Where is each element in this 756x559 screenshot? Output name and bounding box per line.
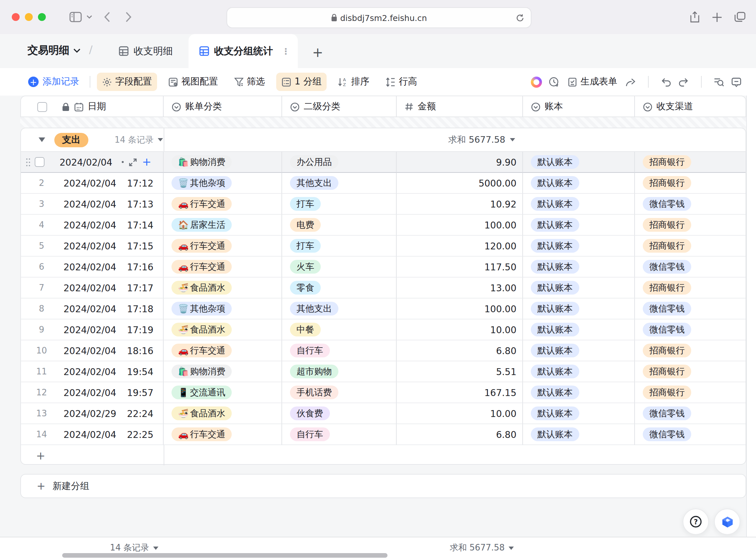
subcategory-cell[interactable]: 自行车: [282, 340, 397, 361]
channel-cell[interactable]: 招商银行: [635, 361, 746, 382]
group-record-count[interactable]: 14 条记录: [114, 134, 163, 146]
ledger-cell[interactable]: 默认账本: [523, 403, 635, 424]
group-sum[interactable]: 求和 5677.58: [448, 134, 515, 146]
amount-cell[interactable]: 13.00: [397, 277, 523, 298]
channel-cell[interactable]: 招商银行: [635, 173, 746, 194]
tab-income-expense-detail[interactable]: 收支明细: [107, 34, 184, 68]
expand-record-icon[interactable]: [129, 158, 137, 166]
channel-cell[interactable]: 招商银行: [635, 382, 746, 403]
zoom-window-button[interactable]: [38, 13, 46, 21]
field-config-button[interactable]: 字段配置: [97, 73, 157, 91]
ledger-cell[interactable]: 默认账本: [523, 382, 635, 403]
drag-handle-icon[interactable]: [26, 158, 27, 159]
category-cell[interactable]: 🏠居家生活: [164, 215, 282, 236]
category-cell[interactable]: 🗑️其他杂项: [164, 173, 282, 194]
header-date-column[interactable]: 日期: [21, 96, 164, 117]
amount-cell[interactable]: 6.80: [397, 424, 523, 445]
search-records-button[interactable]: [713, 77, 725, 87]
date-cell[interactable]: 62024/02/0417:16: [21, 256, 164, 277]
subcategory-cell[interactable]: 电费: [282, 215, 397, 236]
ledger-cell[interactable]: 默认账本: [523, 277, 635, 298]
header-category-column[interactable]: 账单分类: [164, 96, 282, 117]
tab-overview-icon[interactable]: [734, 12, 746, 22]
ledger-cell[interactable]: 默认账本: [523, 319, 635, 340]
add-record-button[interactable]: + 添加记录: [28, 76, 79, 88]
ledger-cell[interactable]: 默认账本: [523, 256, 635, 277]
date-cell[interactable]: 142024/02/0422:25: [21, 424, 164, 445]
category-cell[interactable]: 🗑️其他杂项: [164, 298, 282, 319]
filter-button[interactable]: 筛选: [229, 73, 270, 91]
subcategory-cell[interactable]: 中餐: [282, 319, 397, 340]
date-cell[interactable]: 22024/02/0417:12: [21, 173, 164, 194]
subcategory-cell[interactable]: 办公用品: [282, 152, 397, 173]
category-cell[interactable]: 🍜食品酒水: [164, 403, 282, 424]
date-cell[interactable]: 112024/02/0419:54: [21, 361, 164, 382]
category-cell[interactable]: 🚗行车交通: [164, 194, 282, 215]
generate-form-button[interactable]: 生成表单: [566, 73, 619, 91]
back-button[interactable]: [104, 12, 110, 22]
new-group-button[interactable]: + 新建分组: [20, 474, 746, 498]
undo-button[interactable]: [661, 77, 671, 87]
header-ledger-column[interactable]: 账本: [523, 96, 635, 117]
channel-cell[interactable]: 微信零钱: [635, 319, 746, 340]
amount-cell[interactable]: 10.00: [397, 403, 523, 424]
group-header-row[interactable]: 支出 14 条记录 求和 5677.58: [21, 128, 746, 152]
subcategory-cell[interactable]: 自行车: [282, 424, 397, 445]
share-page-icon[interactable]: [690, 11, 700, 23]
select-all-checkbox[interactable]: [37, 102, 47, 112]
amount-cell[interactable]: 5000.00: [397, 173, 523, 194]
amount-cell[interactable]: 10.92: [397, 194, 523, 215]
date-cell[interactable]: 82024/02/0417:18: [21, 298, 164, 319]
subcategory-cell[interactable]: 其他支出: [282, 173, 397, 194]
channel-cell[interactable]: 招商银行: [635, 215, 746, 236]
amount-cell[interactable]: 9.90: [397, 152, 523, 173]
forward-button[interactable]: [126, 12, 132, 22]
channel-cell[interactable]: 招商银行: [635, 236, 746, 256]
sidebar-chevron-icon[interactable]: [86, 15, 92, 19]
date-cell[interactable]: 122024/02/0419:57: [21, 382, 164, 403]
bitable-logo-button[interactable]: [714, 509, 740, 535]
add-view-button[interactable]: +: [312, 45, 323, 60]
subcategory-cell[interactable]: 其他支出: [282, 298, 397, 319]
address-bar[interactable]: disbdj7sm2.feishu.cn: [226, 7, 532, 28]
subcategory-cell[interactable]: 打车: [282, 194, 397, 215]
ledger-cell[interactable]: 默认账本: [523, 236, 635, 256]
subcategory-cell[interactable]: 手机话费: [282, 382, 397, 403]
date-cell[interactable]: 32024/02/0417:13: [21, 194, 164, 215]
amount-cell[interactable]: 167.15: [397, 382, 523, 403]
ledger-cell[interactable]: 默认账本: [523, 424, 635, 445]
date-cell[interactable]: 132024/02/2922:24: [21, 403, 164, 424]
ledger-cell[interactable]: 默认账本: [523, 215, 635, 236]
channel-cell[interactable]: 微信零钱: [635, 424, 746, 445]
insert-record-icon[interactable]: +: [142, 156, 152, 167]
channel-cell[interactable]: 微信零钱: [635, 194, 746, 215]
comment-button[interactable]: [731, 77, 741, 87]
subcategory-cell[interactable]: 打车: [282, 236, 397, 256]
share-button[interactable]: [625, 77, 636, 87]
reload-icon[interactable]: [516, 14, 524, 22]
channel-cell[interactable]: 微信零钱: [635, 403, 746, 424]
subcategory-cell[interactable]: 火车: [282, 256, 397, 277]
row-height-button[interactable]: 行高: [381, 73, 423, 91]
footer-record-count[interactable]: 14 条记录: [110, 542, 158, 554]
channel-cell[interactable]: 微信零钱: [635, 256, 746, 277]
amount-cell[interactable]: 6.80: [397, 340, 523, 361]
ledger-cell[interactable]: 默认账本: [523, 194, 635, 215]
date-cell[interactable]: 52024/02/0417:15: [21, 236, 164, 256]
date-cell[interactable]: 92024/02/0417:19: [21, 319, 164, 340]
sort-button[interactable]: AZ 排序: [333, 73, 375, 91]
date-cell[interactable]: 2024/02/04+: [21, 152, 164, 173]
amount-cell[interactable]: 100.00: [397, 298, 523, 319]
subcategory-cell[interactable]: 零食: [282, 277, 397, 298]
subcategory-cell[interactable]: 伙食费: [282, 403, 397, 424]
channel-cell[interactable]: 招商银行: [635, 277, 746, 298]
subcategory-cell[interactable]: 超市购物: [282, 361, 397, 382]
row-checkbox[interactable]: [35, 157, 45, 167]
minimize-window-button[interactable]: [25, 13, 33, 21]
category-cell[interactable]: 🍜食品酒水: [164, 319, 282, 340]
help-button[interactable]: ?: [683, 509, 709, 535]
footer-sum[interactable]: 求和 5677.58: [450, 542, 514, 554]
header-channel-column[interactable]: 收支渠道: [635, 96, 746, 117]
amount-cell[interactable]: 5.51: [397, 361, 523, 382]
date-cell[interactable]: 72024/02/0417:17: [21, 277, 164, 298]
